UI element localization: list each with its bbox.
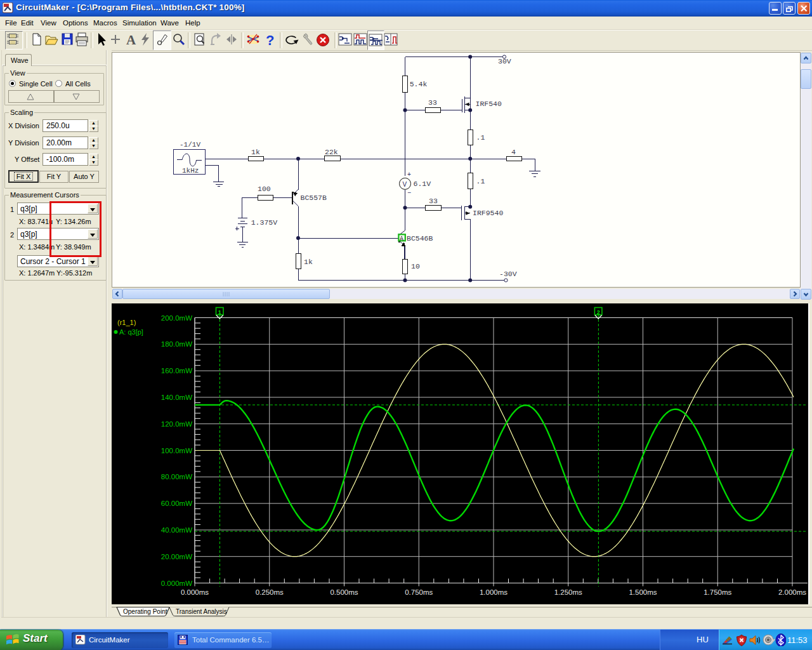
svg-text:2.000ms: 2.000ms: [778, 588, 806, 596]
svg-text:Operating Point: Operating Point: [123, 608, 167, 615]
svg-text:1.375V: 1.375V: [251, 218, 278, 227]
svg-text:0.000mW: 0.000mW: [161, 580, 192, 587]
svg-text:100: 100: [258, 185, 271, 193]
svg-text:0.000ms: 0.000ms: [181, 588, 209, 596]
svg-text:Transient Analysis: Transient Analysis: [176, 608, 227, 615]
svg-text:6.1V: 6.1V: [414, 180, 431, 188]
svg-text:0.500ms: 0.500ms: [330, 588, 358, 596]
svg-text:10: 10: [411, 262, 420, 270]
svg-text:33: 33: [428, 98, 437, 107]
svg-text:60.00mW: 60.00mW: [161, 500, 192, 507]
svg-text:20.00mW: 20.00mW: [161, 553, 192, 560]
svg-text:IRF9540: IRF9540: [473, 209, 503, 217]
svg-text:1: 1: [218, 309, 221, 315]
svg-text:1k: 1k: [251, 148, 260, 156]
svg-text:1.250ms: 1.250ms: [554, 588, 582, 596]
svg-text:-30V: -30V: [499, 270, 517, 278]
svg-text:1k: 1k: [304, 258, 313, 266]
svg-text:A: A: [400, 235, 403, 242]
svg-text:30V: 30V: [498, 57, 511, 65]
svg-text:200.0mW: 200.0mW: [161, 314, 192, 322]
svg-text:-1/1V: -1/1V: [180, 141, 200, 149]
svg-text:1.500ms: 1.500ms: [629, 588, 657, 596]
svg-text:120.0mW: 120.0mW: [161, 420, 192, 428]
svg-text:140.0mW: 140.0mW: [161, 394, 192, 401]
svg-text:.1: .1: [476, 177, 485, 185]
svg-text:−: −: [408, 189, 412, 196]
svg-text:33: 33: [429, 197, 438, 205]
svg-text:80.00mW: 80.00mW: [161, 473, 192, 481]
svg-text:0.750ms: 0.750ms: [405, 588, 433, 596]
svg-text:A: q3[p]: A: q3[p]: [119, 328, 143, 336]
svg-text:160.0mW: 160.0mW: [161, 367, 192, 375]
svg-text:IRF540: IRF540: [476, 100, 502, 108]
svg-text:100.0mW: 100.0mW: [161, 447, 192, 454]
svg-text:1kHz: 1kHz: [182, 167, 199, 175]
svg-text:40.00mW: 40.00mW: [161, 526, 192, 534]
svg-text:A: A: [126, 32, 136, 48]
svg-text:BC557B: BC557B: [301, 194, 327, 202]
svg-text:V: V: [403, 181, 407, 188]
svg-text:.1: .1: [476, 133, 485, 142]
svg-text:22k: 22k: [325, 148, 338, 156]
svg-text:?: ?: [266, 32, 274, 48]
svg-text:2: 2: [597, 309, 600, 315]
svg-text:+: +: [407, 171, 411, 178]
svg-text:1.000ms: 1.000ms: [480, 588, 508, 596]
svg-text:4: 4: [511, 148, 516, 156]
svg-text:1.750ms: 1.750ms: [704, 588, 731, 596]
svg-text:BC546B: BC546B: [407, 234, 433, 242]
svg-text:5.4k: 5.4k: [410, 80, 428, 88]
svg-text:(r1_1): (r1_1): [117, 319, 136, 326]
svg-text:0.250ms: 0.250ms: [256, 588, 284, 596]
svg-text:180.0mW: 180.0mW: [161, 340, 192, 348]
